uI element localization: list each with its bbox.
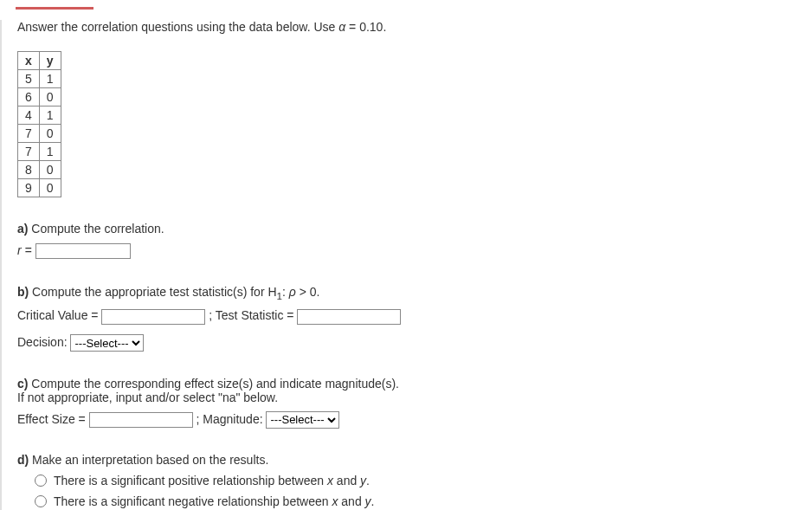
question-container: Answer the correlation questions using t… [0, 20, 812, 510]
alpha-symbol: α [338, 20, 345, 34]
section-b: b) Compute the appropriate test statisti… [17, 285, 812, 354]
cell-y: 0 [39, 161, 61, 179]
opt2-suf: . [371, 494, 375, 508]
magnitude-label: Magnitude: [203, 412, 266, 426]
section-d-title: d) Make an interpretation based on the r… [17, 453, 812, 467]
section-c-note: If not appropriate, input and/or select … [17, 391, 812, 404]
section-a-label: a) [17, 222, 28, 236]
section-b-text-suffix: > 0. [296, 285, 320, 299]
r-input[interactable] [35, 243, 131, 259]
section-a: a) Compute the correlation. r = [17, 222, 812, 262]
opt1-mid: and [333, 474, 360, 487]
tab-indicator [16, 7, 93, 10]
section-c-title: c) Compute the corresponding effect size… [17, 377, 812, 391]
effect-magnitude-line: Effect Size = ; Magnitude: ---Select--- [17, 408, 812, 431]
opt1-x: x [327, 474, 333, 487]
section-c-label: c) [17, 377, 28, 391]
cell-y: 0 [39, 88, 61, 107]
radio-option-1[interactable]: There is a significant positive relation… [35, 474, 812, 487]
rho-symbol: ρ [289, 285, 296, 299]
opt1-pre: There is a significant positive relation… [54, 474, 327, 487]
effect-size-label: Effect Size = [17, 412, 89, 426]
opt2-mid: and [338, 494, 364, 508]
section-b-label: b) [17, 285, 29, 299]
critical-value-label: Critical Value = [17, 308, 101, 322]
table-row: 41 [18, 107, 61, 125]
r-input-line: r = [17, 239, 812, 262]
magnitude-select[interactable]: ---Select--- [266, 411, 339, 429]
radio-input-2[interactable] [35, 495, 47, 507]
radio-option-2[interactable]: There is a significant negative relation… [35, 494, 812, 508]
table-row: 90 [18, 179, 61, 197]
section-b-colon: : [282, 285, 289, 299]
section-a-title: a) Compute the correlation. [17, 222, 812, 236]
section-a-text: Compute the correlation. [28, 222, 164, 236]
test-statistic-label: Test Statistic = [216, 308, 298, 322]
cell-y: 0 [39, 125, 61, 143]
opt2-y: y [365, 494, 371, 508]
cell-y: 1 [39, 107, 61, 125]
intro-text: Answer the correlation questions using t… [17, 20, 338, 34]
section-d: d) Make an interpretation based on the r… [17, 453, 812, 510]
decision-select[interactable]: ---Select--- [70, 334, 144, 352]
section-b-text-prefix: Compute the appropriate test statistic(s… [29, 285, 276, 299]
decision-line: Decision: ---Select--- [17, 331, 812, 354]
cell-y: 1 [39, 143, 61, 161]
r-label: r = [17, 243, 35, 257]
section-c-text: Compute the corresponding effect size(s)… [28, 377, 399, 391]
opt2-pre: There is a significant negative relation… [54, 494, 332, 508]
section-d-label: d) [17, 453, 29, 467]
table-row: 70 [18, 125, 61, 143]
radio-label-2: There is a significant negative relation… [54, 494, 374, 508]
section-b-title: b) Compute the appropriate test statisti… [17, 285, 812, 301]
cell-x: 5 [18, 70, 40, 88]
table-row: 51 [18, 70, 61, 88]
decision-label: Decision: [17, 335, 70, 349]
table-row: 80 [18, 161, 61, 179]
section-c: c) Compute the corresponding effect size… [17, 377, 812, 431]
cell-x: 6 [18, 88, 40, 107]
table-row: 71 [18, 143, 61, 161]
col-header-y: y [39, 52, 61, 70]
alpha-value: = 0.10. [345, 20, 386, 34]
radio-label-1: There is a significant positive relation… [54, 474, 370, 487]
cell-x: 4 [18, 107, 40, 125]
question-intro: Answer the correlation questions using t… [17, 20, 812, 34]
critical-teststat-line: Critical Value = ; Test Statistic = [17, 304, 812, 327]
data-table: x y 51 60 41 70 71 80 90 [17, 51, 61, 197]
effect-size-input[interactable] [89, 412, 193, 428]
separator: ; [209, 308, 216, 322]
opt1-suf: . [366, 474, 370, 487]
cell-x: 7 [18, 143, 40, 161]
cell-y: 1 [39, 70, 61, 88]
cell-x: 7 [18, 125, 40, 143]
cell-y: 0 [39, 179, 61, 197]
test-statistic-input[interactable] [297, 309, 401, 325]
cell-x: 9 [18, 179, 40, 197]
col-header-x: x [18, 52, 40, 70]
radio-input-1[interactable] [35, 474, 47, 487]
critical-value-input[interactable] [101, 309, 205, 325]
section-d-text: Make an interpretation based on the resu… [29, 453, 268, 467]
table-row: 60 [18, 88, 61, 107]
cell-x: 8 [18, 161, 40, 179]
